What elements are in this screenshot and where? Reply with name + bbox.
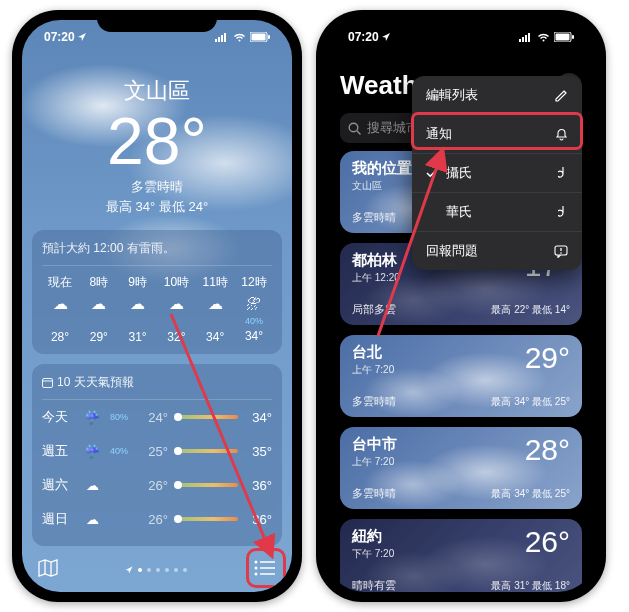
menu-notify-label: 通知: [426, 125, 452, 143]
daily-weather-icon: ☁: [82, 512, 102, 527]
hour-temp: 31°: [129, 330, 147, 344]
city-condition: 晴時有雲: [352, 578, 396, 592]
daily-temp-bar: [176, 449, 238, 453]
hour-label: 12時: [241, 274, 266, 291]
map-icon: [38, 559, 58, 577]
city-card[interactable]: 台北上午 7:20多雲時晴29°最高 34° 最低 25°: [340, 335, 582, 417]
calendar-icon: [42, 377, 53, 388]
city-temp: 28°: [525, 435, 570, 465]
hour-temp: 32°: [167, 330, 185, 344]
weather-summary: 多雲時晴: [22, 178, 292, 196]
status-time: 07:20: [44, 30, 75, 44]
weather-hilo: 最高 34° 最低 24°: [22, 198, 292, 216]
daily-weather-icon: ☁: [82, 478, 102, 493]
daily-precip-pct: 40%: [110, 446, 134, 456]
hour-temp: 34°: [245, 329, 263, 343]
location-name: 文山區: [22, 76, 292, 106]
city-subtitle: 下午 7:20: [352, 547, 396, 561]
hour-temp: 28°: [51, 330, 69, 344]
city-name: 我的位置: [352, 159, 412, 178]
ten-day-title: 10 天天氣預報: [57, 374, 134, 391]
hour-label: 11時: [203, 274, 228, 291]
daily-row[interactable]: 週五☔40%25°35°: [42, 434, 272, 468]
hour-temp: 29°: [90, 330, 108, 344]
svg-rect-19: [528, 33, 530, 42]
hour-label: 8時: [89, 274, 108, 291]
city-name: 台中市: [352, 435, 397, 454]
hourly-col: 現在☁28°: [42, 274, 78, 344]
daily-day: 週日: [42, 510, 74, 528]
menu-celsius[interactable]: 攝氏: [412, 154, 582, 193]
daily-row[interactable]: 週六☁26°36°: [42, 468, 272, 502]
svg-rect-3: [224, 33, 226, 42]
city-condition: 局部多雲: [352, 302, 400, 317]
svg-rect-0: [215, 39, 217, 42]
city-subtitle: 上午 7:20: [352, 363, 396, 377]
daily-hi: 36°: [246, 512, 272, 527]
city-card[interactable]: 台中市上午 7:20多雲時晴28°最高 34° 最低 25°: [340, 427, 582, 509]
daily-day: 週五: [42, 442, 74, 460]
city-name: 台北: [352, 343, 396, 362]
daily-lo: 26°: [142, 512, 168, 527]
menu-edit-list[interactable]: 編輯列表: [412, 76, 582, 115]
map-button[interactable]: [38, 559, 58, 581]
context-menu: 編輯列表 通知 攝氏 華氏: [412, 76, 582, 270]
wifi-icon: [233, 33, 246, 42]
hourly-col: 9時☁31°: [120, 274, 156, 344]
daily-weather-icon: ☔: [82, 410, 102, 425]
message-exclaim-icon: [554, 245, 568, 258]
hour-weather-icon: ☁: [53, 295, 68, 313]
location-arrow-icon: [381, 32, 391, 42]
hour-label: 10時: [164, 274, 189, 291]
city-name: 紐約: [352, 527, 396, 546]
daily-day: 週六: [42, 476, 74, 494]
city-condition: 多雲時晴: [352, 486, 397, 501]
thermometer-icon: [558, 205, 568, 219]
signal-icon: [519, 33, 533, 42]
daily-temp-bar: [176, 483, 238, 487]
svg-rect-21: [556, 34, 570, 41]
hourly-forecast-card[interactable]: 預計大約 12:00 有雷雨。 現在☁28°8時☁29°9時☁31°10時☁32…: [32, 230, 282, 354]
svg-point-30: [560, 252, 562, 254]
svg-point-13: [255, 573, 258, 576]
hourly-alert: 預計大約 12:00 有雷雨。: [42, 240, 175, 257]
daily-row[interactable]: 今天☔80%24°34°: [42, 400, 272, 434]
hour-weather-icon: ☁: [208, 295, 223, 313]
hour-weather-icon: ☁: [130, 295, 145, 313]
page-dots[interactable]: [125, 566, 187, 574]
city-temp: 26°: [525, 527, 570, 557]
notch: [401, 10, 521, 32]
ten-day-forecast-card[interactable]: 10 天天氣預報 今天☔80%24°34°週五☔40%25°35°週六☁26°3…: [32, 364, 282, 546]
notch: [97, 10, 217, 32]
location-arrow-icon: [77, 32, 87, 42]
hour-weather-icon: ⛈: [246, 295, 261, 312]
phone-weather-detail: 07:20 文山區 28° 多雲時晴 最高 34° 最低 24° 預計大約 12: [12, 10, 302, 602]
city-hilo: 最高 31° 最低 18°: [491, 579, 570, 592]
hour-label: 現在: [48, 274, 72, 291]
daily-precip-pct: 80%: [110, 412, 134, 422]
menu-edit-label: 編輯列表: [426, 86, 478, 104]
svg-point-11: [255, 567, 258, 570]
city-condition: 多雲時晴: [352, 394, 396, 409]
list-icon: [254, 560, 276, 576]
svg-rect-7: [43, 379, 53, 388]
city-temp: 29°: [525, 343, 570, 373]
daily-row[interactable]: 週日☁26°36°: [42, 502, 272, 536]
city-card[interactable]: 紐約下午 7:20晴時有雲26°最高 31° 最低 18°: [340, 519, 582, 592]
menu-celsius-label: 攝氏: [440, 164, 558, 182]
menu-fahrenheit[interactable]: 華氏: [412, 193, 582, 232]
menu-notifications[interactable]: 通知: [412, 115, 582, 154]
daily-lo: 24°: [142, 410, 168, 425]
menu-report-issue[interactable]: 回報問題: [412, 232, 582, 270]
daily-weather-icon: ☔: [82, 444, 102, 459]
menu-fahrenheit-label: 華氏: [440, 203, 558, 221]
daily-temp-bar: [176, 517, 238, 521]
signal-icon: [215, 33, 229, 42]
city-hilo: 最高 34° 最低 25°: [491, 395, 570, 409]
list-button[interactable]: [254, 560, 276, 580]
svg-line-27: [357, 131, 361, 135]
hourly-col: 8時☁29°: [81, 274, 117, 344]
svg-rect-5: [252, 34, 266, 41]
city-hilo: 最高 22° 最低 14°: [491, 303, 570, 317]
daily-temp-bar: [176, 415, 238, 419]
